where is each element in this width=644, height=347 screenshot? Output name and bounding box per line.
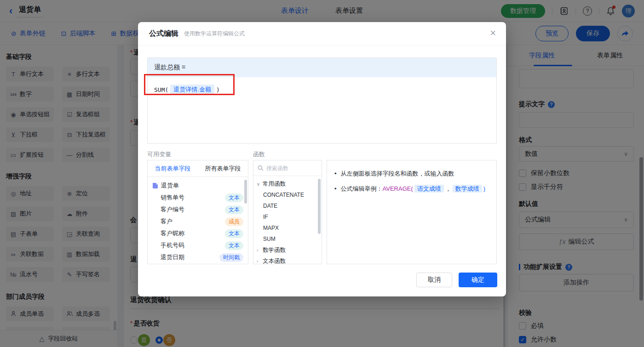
variable-row[interactable]: 客户昵称文本 [148,228,248,239]
formula-target: 退款总额 = [148,58,496,77]
modal-title: 公式编辑 [149,29,178,39]
variable-row[interactable]: 退货日期时间戳 [148,251,248,263]
formula-editor-modal: 公式编辑 使用数学运算符编辑公式 × 退款总额 = SUM( 退货详情.金额 )… [138,22,506,296]
function-item[interactable]: DATE [253,200,322,211]
tip-line: • 从左侧面板选择字段名和函数，或输入函数 [334,169,489,178]
function-item[interactable]: MAPX [253,222,322,233]
search-icon [258,165,264,171]
type-badge: 时间戳 [219,253,243,262]
formula-fn-open: SUM( [154,86,168,93]
function-group-common[interactable]: ∨常用函数 [253,178,322,189]
function-group-math[interactable]: ›数学函数 [253,245,322,256]
tab-all-form-fields[interactable]: 所有表单字段 [198,160,248,176]
functions-scrollbar[interactable] [318,179,321,234]
confirm-button[interactable]: 确定 [459,273,497,287]
modal-subtitle: 使用数学运算符编辑公式 [184,30,245,38]
formula-editor-box[interactable]: 退款总额 = SUM( 退货详情.金额 ) [147,57,497,144]
tab-current-form-fields[interactable]: 当前表单字段 [148,160,198,176]
form-doc-icon [152,182,158,189]
variables-root-node[interactable]: 退货单 [148,180,248,192]
function-item[interactable]: IF [253,211,322,222]
example-field-chip: 数学成绩 [453,185,482,193]
functions-label: 函数 [253,150,265,159]
type-badge: 文本 [225,205,243,214]
variable-row[interactable]: 客户编号文本 [148,204,248,216]
bullet-icon: • [334,184,337,193]
function-search [253,160,322,176]
formula-close-paren: ) [216,86,220,93]
type-badge: 文本 [225,241,243,250]
function-search-input[interactable] [266,165,312,171]
variable-row[interactable]: 手机号码文本 [148,239,248,251]
chevron-right-icon: › [257,259,260,264]
chevron-down-icon: ∨ [257,182,260,187]
variable-row[interactable]: 客户成员 [148,216,248,228]
variables-panel: 当前表单字段 所有表单字段 退货单 销售单号文本 客户编号文本 客户成员 客户昵… [147,160,248,264]
type-badge: 成员 [225,217,243,226]
variables-scrollbar[interactable] [244,180,247,204]
modal-header: 公式编辑 使用数学运算符编辑公式 [138,22,506,46]
example-field-chip: 语文成绩 [414,185,444,193]
example-close-paren: ) [483,185,485,192]
type-badge: 文本 [225,193,243,202]
tips-panel: • 从左侧面板选择字段名和函数，或输入函数 • 公式编辑举例：AVERAGE(语… [327,160,497,264]
chevron-right-icon: › [257,248,260,253]
formula-expression[interactable]: SUM( 退货详情.金额 ) [148,77,496,102]
function-item[interactable]: SUM [253,233,322,245]
cancel-button[interactable]: 取消 [416,273,452,287]
bullet-icon: • [334,169,337,178]
variables-tabs: 当前表单字段 所有表单字段 [148,160,248,177]
tip-example-line: • 公式编辑举例：AVERAGE(语文成绩，数学成绩) [334,184,489,193]
formula-field-chip[interactable]: 退货详情.金额 [170,85,214,95]
type-badge: 文本 [225,229,243,238]
example-function-name: AVERAGE( [383,185,413,192]
functions-panel: ∨常用函数 CONCATENATE DATE IF MAPX SUM ›数学函数… [253,160,322,264]
app-root: ‹ 退货单 表单设计 表单设置 数据管理 ? 理 ⊘ 表单外链 [0,0,644,347]
variable-row[interactable]: 销售单号文本 [148,192,248,204]
close-icon[interactable]: × [490,28,496,38]
variables-label: 可用变量 [147,150,171,159]
function-item[interactable]: CONCATENATE [253,189,322,200]
function-group-text[interactable]: ›文本函数 [253,256,322,264]
